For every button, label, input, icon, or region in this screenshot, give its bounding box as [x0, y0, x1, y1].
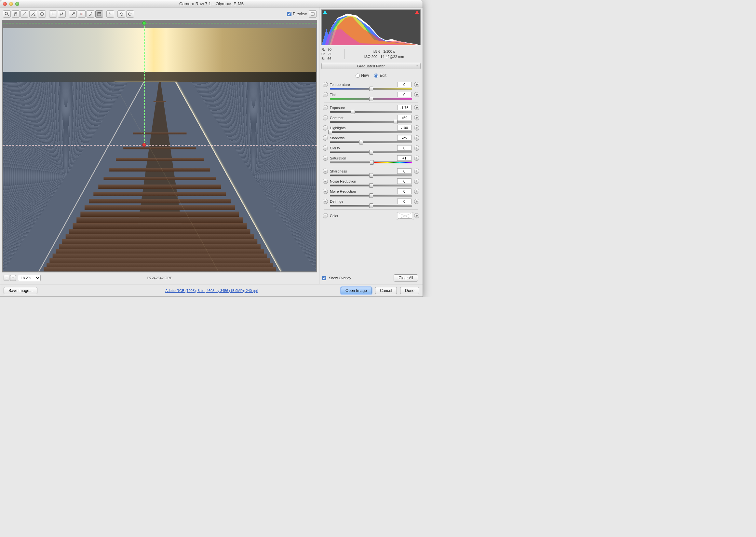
- moire-slider-thumb[interactable]: [369, 193, 373, 198]
- defringe-slider-track[interactable]: [330, 205, 412, 207]
- gradient-line-axis[interactable]: [144, 23, 145, 144]
- temperature-decrease-button[interactable]: −: [323, 82, 328, 87]
- rotate-cw-tool[interactable]: [126, 10, 134, 18]
- sharpness-increase-button[interactable]: +: [414, 169, 419, 174]
- moire-increase-button[interactable]: +: [414, 189, 419, 194]
- show-overlay-checkbox[interactable]: [322, 276, 326, 280]
- image-preview-area[interactable]: [2, 20, 317, 272]
- gradient-handle-end[interactable]: [142, 143, 146, 147]
- red-eye-tool[interactable]: [78, 10, 86, 18]
- clarity-slider-track[interactable]: [330, 151, 412, 153]
- sharpness-value-input[interactable]: [397, 168, 411, 174]
- open-image-button[interactable]: Open Image: [341, 287, 372, 294]
- moire-slider-track[interactable]: [330, 195, 412, 196]
- noise-increase-button[interactable]: +: [414, 179, 419, 184]
- preview-toggle[interactable]: Preview: [287, 12, 307, 16]
- tint-value-input[interactable]: [397, 92, 411, 97]
- temperature-value-input[interactable]: [397, 82, 411, 87]
- exposure-decrease-button[interactable]: −: [323, 105, 328, 110]
- gradient-handle-start[interactable]: [142, 21, 146, 25]
- close-window-button[interactable]: [3, 2, 7, 6]
- temperature-slider-thumb[interactable]: [369, 87, 373, 91]
- noise-slider-thumb[interactable]: [369, 183, 373, 188]
- crop-tool[interactable]: [49, 10, 57, 18]
- saturation-slider-track[interactable]: [330, 161, 412, 163]
- zoom-in-button[interactable]: +: [10, 275, 16, 281]
- color-increase-button[interactable]: +: [414, 213, 419, 218]
- zoom-tool[interactable]: [3, 10, 11, 18]
- cancel-button[interactable]: Cancel: [375, 287, 397, 294]
- highlights-slider-track[interactable]: [330, 131, 412, 133]
- tint-slider-thumb[interactable]: [369, 97, 373, 101]
- contrast-slider-track[interactable]: [330, 121, 412, 123]
- histogram[interactable]: [321, 10, 421, 45]
- adjustment-brush-tool[interactable]: [87, 10, 94, 18]
- clarity-decrease-button[interactable]: −: [323, 145, 328, 151]
- defringe-decrease-button[interactable]: −: [323, 199, 328, 204]
- highlights-value-input[interactable]: [397, 125, 411, 131]
- hand-tool[interactable]: [12, 10, 19, 18]
- spot-removal-tool[interactable]: [69, 10, 77, 18]
- temperature-slider-track[interactable]: [330, 88, 412, 90]
- straighten-tool[interactable]: [58, 10, 66, 18]
- defringe-value-input[interactable]: [397, 198, 411, 204]
- workflow-options-link[interactable]: Adobe RGB (1998); 8 bit; 4608 by 3456 (1…: [165, 289, 258, 293]
- tint-decrease-button[interactable]: −: [323, 92, 328, 97]
- sharpness-slider-track[interactable]: [330, 175, 412, 176]
- clarity-slider-thumb[interactable]: [369, 150, 373, 155]
- targeted-adjustment-tool[interactable]: [38, 10, 46, 18]
- contrast-decrease-button[interactable]: −: [323, 115, 328, 120]
- saturation-increase-button[interactable]: +: [414, 155, 419, 161]
- zoom-out-button[interactable]: −: [4, 275, 10, 281]
- clarity-increase-button[interactable]: +: [414, 145, 419, 151]
- shadows-slider-thumb[interactable]: [359, 140, 363, 145]
- shadows-value-input[interactable]: [397, 135, 411, 141]
- fullscreen-toggle[interactable]: [309, 10, 317, 18]
- exposure-slider-thumb[interactable]: [351, 110, 355, 114]
- color-decrease-button[interactable]: −: [323, 213, 328, 218]
- preview-checkbox[interactable]: [287, 12, 291, 16]
- rotate-ccw-tool[interactable]: [117, 10, 125, 18]
- graduated-filter-tool[interactable]: [95, 10, 103, 18]
- preferences-tool[interactable]: [106, 10, 114, 18]
- color-swatch[interactable]: [398, 213, 412, 219]
- zoom-select[interactable]: 18.2%: [18, 275, 41, 281]
- done-button[interactable]: Done: [400, 287, 419, 294]
- mode-new[interactable]: New: [356, 73, 369, 78]
- clear-all-button[interactable]: Clear All: [394, 274, 418, 281]
- saturation-decrease-button[interactable]: −: [323, 155, 328, 161]
- highlights-slider-thumb[interactable]: [328, 130, 332, 134]
- moire-decrease-button[interactable]: −: [323, 189, 328, 194]
- tint-increase-button[interactable]: +: [414, 92, 419, 97]
- white-balance-tool[interactable]: [20, 10, 28, 18]
- tint-slider-track[interactable]: [330, 98, 412, 100]
- defringe-increase-button[interactable]: +: [414, 199, 419, 204]
- contrast-increase-button[interactable]: +: [414, 115, 419, 120]
- noise-slider-track[interactable]: [330, 185, 412, 186]
- contrast-slider-thumb[interactable]: [394, 120, 397, 124]
- gradient-line-start[interactable]: [3, 23, 317, 23]
- minimize-window-button[interactable]: [9, 2, 13, 6]
- exposure-increase-button[interactable]: +: [414, 105, 419, 110]
- noise-value-input[interactable]: [397, 178, 411, 184]
- clarity-value-input[interactable]: [397, 145, 411, 151]
- saturation-value-input[interactable]: [397, 155, 411, 161]
- gradient-line-end[interactable]: [3, 145, 317, 145]
- shadows-slider-track[interactable]: [330, 141, 412, 143]
- exposure-slider-track[interactable]: [330, 111, 412, 113]
- save-image-button[interactable]: Save Image...: [4, 287, 37, 294]
- temperature-increase-button[interactable]: +: [414, 82, 419, 87]
- sharpness-decrease-button[interactable]: −: [323, 169, 328, 174]
- zoom-window-button[interactable]: [15, 2, 19, 6]
- panel-menu-icon[interactable]: ≡: [416, 64, 418, 68]
- moire-value-input[interactable]: [397, 188, 411, 194]
- saturation-slider-thumb[interactable]: [370, 160, 374, 165]
- defringe-slider-thumb[interactable]: [369, 203, 373, 208]
- noise-decrease-button[interactable]: −: [323, 179, 328, 184]
- shadows-increase-button[interactable]: +: [414, 135, 419, 141]
- mode-edit[interactable]: Edit: [374, 73, 387, 78]
- highlights-increase-button[interactable]: +: [414, 125, 419, 131]
- highlights-decrease-button[interactable]: −: [323, 125, 328, 131]
- color-sampler-tool[interactable]: [29, 10, 37, 18]
- shadows-decrease-button[interactable]: −: [323, 135, 328, 141]
